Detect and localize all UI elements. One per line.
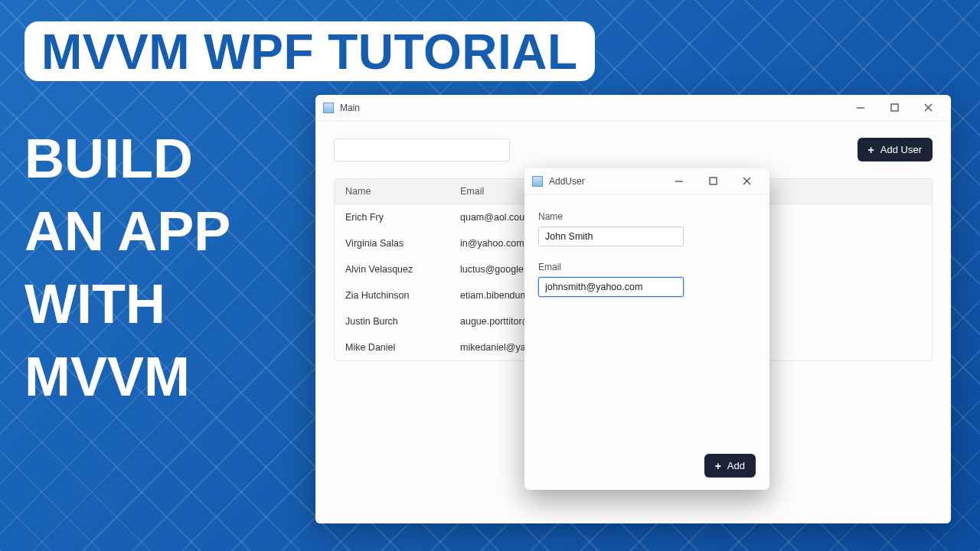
plus-icon: + <box>868 145 874 155</box>
app-icon <box>532 176 543 187</box>
cell-name: Virginia Salas <box>335 230 449 256</box>
maximize-button[interactable] <box>877 96 911 119</box>
name-label: Name <box>538 211 756 222</box>
maximize-button[interactable] <box>696 170 730 193</box>
cell-name: Mike Daniel <box>335 334 449 360</box>
main-titlebar: Main <box>315 95 951 121</box>
col-header-name[interactable]: Name <box>335 179 449 204</box>
cell-name: Alvin Velasquez <box>335 256 449 282</box>
cell-name: Erich Fry <box>335 204 449 230</box>
dialog-titlebar: AddUser <box>524 168 769 194</box>
dialog-title: AddUser <box>549 176 585 187</box>
main-window-title: Main <box>340 103 360 113</box>
name-field[interactable] <box>538 227 684 246</box>
plus-icon: + <box>715 461 721 471</box>
search-input[interactable] <box>334 139 510 161</box>
close-button[interactable] <box>911 96 945 119</box>
cell-name: Justin Burch <box>335 308 449 334</box>
banner-title: MVVM WPF TUTORIAL <box>24 21 595 81</box>
svg-rect-1 <box>891 104 898 111</box>
minimize-button[interactable] <box>662 170 696 193</box>
email-label: Email <box>538 262 756 272</box>
banner-subtitle: BUILDAN APPWITHMVVM <box>24 122 230 413</box>
toolbar: + Add User <box>334 138 933 161</box>
add-user-button[interactable]: + Add User <box>858 138 933 161</box>
add-user-label: Add User <box>880 144 922 155</box>
email-field[interactable] <box>538 277 684 297</box>
svg-rect-5 <box>710 178 717 184</box>
add-label: Add <box>727 460 745 471</box>
close-button[interactable] <box>730 170 763 193</box>
add-button[interactable]: + Add <box>704 454 756 478</box>
cell-name: Zia Hutchinson <box>335 282 449 308</box>
add-user-dialog: AddUser Name Email + Add <box>524 168 769 490</box>
minimize-button[interactable] <box>844 96 877 119</box>
app-icon <box>323 103 334 113</box>
